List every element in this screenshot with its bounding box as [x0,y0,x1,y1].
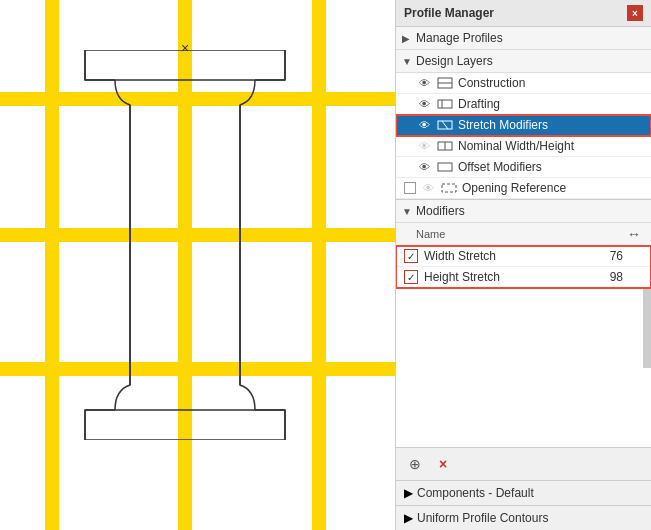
modifier-val-width: 76 [593,249,623,263]
profile-manager-panel: Profile Manager × ▶ Manage Profiles ▼ De… [395,0,651,530]
svg-rect-3 [85,410,285,440]
components-section[interactable]: ▶ Components - Default [396,480,651,505]
panel-header: Profile Manager × [396,0,651,27]
ibeam-profile [75,50,295,440]
svg-rect-17 [442,184,456,192]
eye-icon-offset: 👁 [416,161,432,173]
panel-title: Profile Manager [404,6,494,20]
eye-icon-opening: 👁 [420,182,436,194]
uniform-section[interactable]: ▶ Uniform Profile Contours [396,505,651,530]
panel-toolbar: ⊕ × [396,447,651,480]
type-icon-opening [440,181,458,195]
modifier-name-width: Width Stretch [424,249,593,263]
layer-item-drafting[interactable]: 👁 Drafting [396,94,651,115]
section-design-layers[interactable]: ▼ Design Layers [396,50,651,73]
checkbox-opening[interactable] [404,182,416,194]
section-modifiers[interactable]: ▼ Modifiers [396,199,651,223]
expand-arrow-uniform: ▶ [404,511,413,525]
panel-body: ▶ Manage Profiles ▼ Design Layers 👁 Cons… [396,27,651,447]
eye-icon-construction: 👁 [416,77,432,89]
svg-rect-0 [85,50,285,80]
type-icon-drafting [436,97,454,111]
add-button[interactable]: ⊕ [404,453,426,475]
design-layers-label: Design Layers [416,54,493,68]
eye-icon-nominal: 👁 [416,140,432,152]
type-icon-stretch [436,118,454,132]
svg-rect-16 [438,163,452,171]
svg-rect-10 [438,100,452,108]
manage-profiles-label: Manage Profiles [416,31,503,45]
modifier-row-width[interactable]: ✓ Width Stretch 76 [396,246,651,267]
modifier-val-height: 98 [593,270,623,284]
layer-name-opening: Opening Reference [462,181,645,195]
layer-item-nominal[interactable]: 👁 Nominal Width/Height [396,136,651,157]
layer-name-drafting: Drafting [458,97,645,111]
close-button[interactable]: × [627,5,643,21]
uniform-label: Uniform Profile Contours [417,511,548,525]
type-icon-construction [436,76,454,90]
layer-item-offset[interactable]: 👁 Offset Modifiers [396,157,651,178]
modifier-name-height: Height Stretch [424,270,593,284]
type-icon-nominal [436,139,454,153]
delete-button[interactable]: × [432,453,454,475]
eye-icon-stretch: 👁 [416,119,432,131]
svg-line-13 [442,121,448,129]
empty-modifiers-area [396,288,651,368]
section-manage-profiles[interactable]: ▶ Manage Profiles [396,27,651,50]
type-icon-offset [436,160,454,174]
col-header-name: Name [416,228,611,240]
expand-arrow-components: ▶ [404,486,413,500]
layer-item-construction[interactable]: 👁 Construction [396,73,651,94]
checkbox-width-stretch[interactable]: ✓ [404,249,418,263]
modifier-rows-group: ✓ Width Stretch 76 ✓ Height Stretch 98 [396,246,651,288]
col-header-value: ↔ [611,226,641,242]
layer-name-stretch: Stretch Modifiers [458,118,645,132]
expand-arrow-manage: ▶ [402,33,412,43]
expand-arrow-design: ▼ [402,56,412,66]
checkbox-height-stretch[interactable]: ✓ [404,270,418,284]
layer-name-offset: Offset Modifiers [458,160,645,174]
expand-arrow-modifiers: ▼ [402,206,412,216]
layer-name-nominal: Nominal Width/Height [458,139,645,153]
modifiers-label: Modifiers [416,204,465,218]
modifiers-table-header: Name ↔ [396,223,651,246]
drawing-canvas [0,0,395,530]
components-label: Components - Default [417,486,534,500]
yellow-line-v3 [312,0,326,530]
yellow-line-v1 [45,0,59,530]
layer-item-opening-ref[interactable]: 👁 Opening Reference [396,178,651,199]
modifier-row-height[interactable]: ✓ Height Stretch 98 [396,267,651,288]
layer-name-construction: Construction [458,76,645,90]
layer-item-stretch-modifiers[interactable]: 👁 Stretch Modifiers [396,115,651,136]
eye-icon-drafting: 👁 [416,98,432,110]
